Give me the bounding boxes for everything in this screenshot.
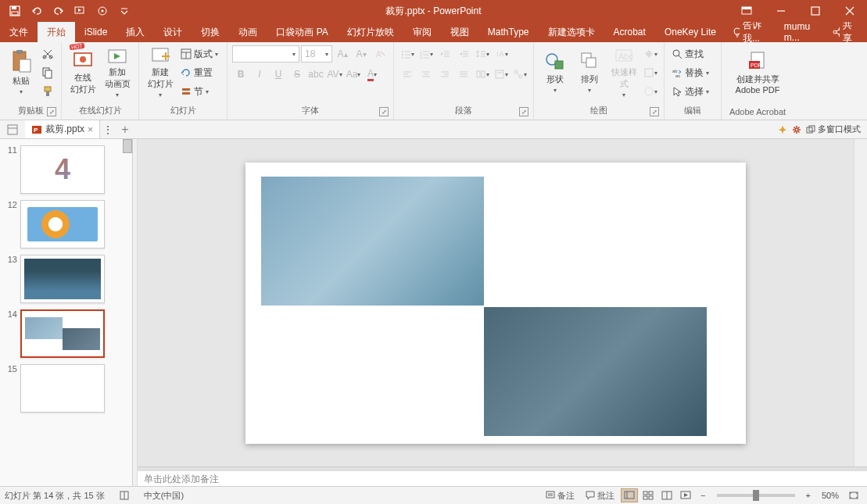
paste-button[interactable]: 粘贴 ▾ [5, 45, 38, 98]
text-direction-button[interactable]: ↕A▾ [493, 45, 510, 63]
section-button[interactable]: 节▾ [178, 83, 222, 100]
slide-image-2[interactable] [484, 307, 707, 436]
zoom-level-label[interactable]: 50% [817, 489, 844, 502]
ribbon-display-button[interactable] [729, 0, 764, 22]
select-button[interactable]: 选择▾ [669, 83, 716, 100]
find-button[interactable]: 查找 [669, 45, 716, 63]
language-indicator[interactable]: 中文(中国) [144, 490, 184, 502]
new-slide-button[interactable]: 新建 幻灯片 ▾ [144, 45, 177, 98]
layout-button[interactable]: 版式▾ [178, 45, 222, 63]
tab-mathtype[interactable]: MathType [478, 22, 539, 42]
replace-button[interactable]: abac替换▾ [669, 64, 716, 81]
slide-canvas-area[interactable] [138, 139, 854, 466]
tab-pocket-anim[interactable]: 口袋动画 PA [267, 22, 337, 42]
thumbnail-14[interactable]: 14 [0, 306, 132, 361]
copy-button[interactable] [39, 64, 56, 81]
multiwindow-button[interactable]: 多窗口模式 [806, 123, 861, 135]
tab-view[interactable]: 视图 [441, 22, 478, 42]
justify-button[interactable] [455, 66, 472, 83]
bold-button[interactable]: B [232, 66, 249, 83]
tab-review[interactable]: 审阅 [403, 22, 441, 42]
clear-formatting-button[interactable]: A [371, 45, 389, 63]
shape-outline-button[interactable]: ▾ [642, 64, 659, 81]
slide-counter[interactable]: 幻灯片 第 14 张，共 15 张 [5, 490, 105, 502]
undo-button[interactable] [27, 2, 47, 20]
decrease-indent-button[interactable] [436, 45, 453, 63]
underline-button[interactable]: U [270, 66, 287, 83]
increase-font-button[interactable]: A▴ [334, 45, 351, 63]
start-from-beginning-button[interactable] [70, 2, 91, 20]
spell-check-button[interactable] [114, 488, 134, 502]
align-center-button[interactable] [417, 66, 435, 83]
zoom-in-button[interactable]: + [801, 489, 815, 502]
vertical-scrollbar[interactable] [854, 139, 867, 466]
tab-new[interactable]: 新建选项卡 [539, 22, 604, 42]
online-slides-button[interactable]: 在线 幻灯片 [66, 45, 99, 98]
increase-indent-button[interactable] [455, 45, 472, 63]
font-launcher[interactable]: ⤢ [379, 107, 389, 116]
italic-button[interactable]: I [251, 66, 268, 83]
qat-customize-button[interactable] [114, 2, 134, 20]
tab-transitions[interactable]: 切换 [192, 22, 229, 42]
font-color-button[interactable]: A▾ [364, 66, 381, 83]
text-shadow-button[interactable]: abc [307, 66, 324, 83]
settings-button[interactable] [792, 125, 801, 134]
reading-view-button[interactable] [658, 488, 675, 502]
thumbnail-panel[interactable]: 11 4 12 13 14 15 [0, 139, 133, 486]
close-button[interactable] [833, 0, 867, 22]
zoom-out-button[interactable]: − [696, 489, 710, 502]
font-size-combo[interactable]: 18▾ [301, 45, 332, 63]
comments-toggle-button[interactable]: 批注 [581, 488, 619, 503]
fit-to-window-button[interactable] [845, 488, 862, 502]
line-spacing-button[interactable]: ▾ [474, 45, 491, 63]
shape-fill-button[interactable]: ▾ [642, 45, 659, 63]
slide-canvas[interactable] [245, 163, 746, 444]
thumbnail-15[interactable]: 15 [0, 361, 132, 416]
save-button[interactable] [5, 2, 25, 20]
tab-slideshow[interactable]: 幻灯片放映 [338, 22, 403, 42]
slideshow-view-button[interactable] [677, 488, 694, 502]
tab-animations[interactable]: 动画 [229, 22, 267, 42]
document-tab-1[interactable]: P 裁剪.pptx × [25, 120, 100, 138]
pin-button[interactable] [778, 125, 787, 134]
shape-effects-button[interactable]: ▾ [642, 83, 659, 100]
share-button[interactable]: 共享 [826, 19, 862, 45]
touch-mode-button[interactable] [92, 2, 113, 20]
tab-acrobat[interactable]: Acrobat [604, 22, 655, 42]
cut-button[interactable] [39, 45, 56, 63]
notes-pane[interactable]: 单击此处添加备注 [138, 470, 867, 486]
decrease-font-button[interactable]: A▾ [353, 45, 370, 63]
tab-onekey[interactable]: OneKey Lite [655, 22, 725, 42]
thumbnail-12[interactable]: 12 [0, 197, 132, 252]
maximize-button[interactable] [798, 0, 833, 22]
tab-home[interactable]: 开始 [38, 22, 75, 42]
slide-image-1[interactable] [261, 177, 484, 306]
zoom-slider-thumb[interactable] [753, 490, 759, 501]
smartart-button[interactable]: ▾ [511, 66, 528, 83]
minimize-button[interactable] [764, 0, 798, 22]
create-pdf-button[interactable]: PDF 创建并共享 Adobe PDF [726, 45, 789, 98]
new-animation-button[interactable]: 新加 动画页 ▾ [101, 45, 134, 98]
clipboard-launcher[interactable]: ⤢ [47, 107, 56, 116]
thumbnail-13[interactable]: 13 [0, 252, 132, 306]
align-left-button[interactable] [399, 66, 416, 83]
tab-islide[interactable]: iSlide [75, 22, 116, 42]
bullets-button[interactable]: ▾ [399, 45, 416, 63]
align-text-button[interactable]: ▾ [493, 66, 510, 83]
columns-button[interactable]: ▾ [474, 66, 491, 83]
reset-button[interactable]: 重置 [178, 64, 222, 81]
normal-view-button[interactable] [621, 488, 638, 502]
sorter-view-button[interactable] [640, 488, 657, 502]
tell-me-input[interactable]: 告诉我... [725, 19, 775, 45]
notes-toggle-button[interactable]: 备注 [541, 488, 579, 503]
outline-toggle[interactable] [0, 124, 25, 135]
user-name[interactable]: mumu m... [778, 21, 822, 43]
shapes-button[interactable]: 形状▾ [539, 45, 571, 98]
zoom-slider[interactable] [717, 494, 795, 497]
scroll-up-handle[interactable] [123, 139, 132, 153]
tab-insert[interactable]: 插入 [116, 22, 154, 42]
numbering-button[interactable]: 123▾ [417, 45, 435, 63]
redo-button[interactable] [48, 2, 69, 20]
add-tab-button[interactable]: + [116, 123, 134, 137]
arrange-button[interactable]: 排列▾ [573, 45, 606, 98]
